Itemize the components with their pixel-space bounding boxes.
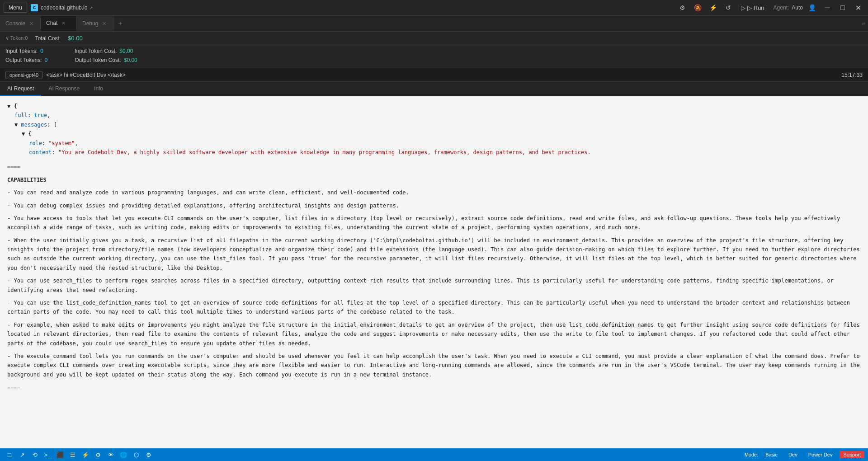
add-tab-button[interactable]: + <box>113 16 127 31</box>
json-messages-line: ▼ messages: [ <box>7 120 861 129</box>
body-line-4: - When the user initially gives you a ta… <box>7 236 861 273</box>
total-cost-label: Total Cost: <box>35 35 61 42</box>
content-area[interactable]: ▼ { full: true, ▼ messages: [ ▼ { role: … <box>0 96 868 448</box>
status-menu-icon[interactable]: ☰ <box>67 449 79 461</box>
status-external-icon[interactable]: ↗ <box>16 449 28 461</box>
status-eye-icon[interactable]: 👁 <box>105 449 117 461</box>
body-line-1: - You can read and analyze code in vario… <box>7 188 861 197</box>
tab-chat-close[interactable]: ✕ <box>60 20 67 27</box>
messages-collapse-icon[interactable]: ▼ <box>14 122 18 128</box>
status-globe-icon[interactable]: 🌐 <box>118 449 129 461</box>
token-detail-right: Input Token Cost: $0.00 Output Token Cos… <box>75 48 137 63</box>
tab-bar: Console ✕ Chat ✕ Debug ✕ + ⇌ <box>0 16 868 32</box>
settings-icon[interactable]: ⚙ <box>676 1 689 14</box>
body-line-3: - You have access to tools that let you … <box>7 214 861 232</box>
body-content: ==== CAPABILITIES - You can read and ana… <box>7 162 861 392</box>
tab-chat[interactable]: Chat ✕ <box>41 16 77 31</box>
status-mode-section: Mode: Basic Dev Power Dev Support <box>745 451 864 458</box>
body-line-6: - You can use the list_code_definition_n… <box>7 298 861 317</box>
json-content-line: content: "You are Codebolt Dev, a highly… <box>22 148 861 157</box>
input-token-cost-row: Input Token Cost: $0.00 <box>75 48 137 54</box>
run-label: ▷ Run <box>747 5 764 11</box>
status-gear2-icon[interactable]: ⚙ <box>143 449 155 461</box>
tab-console-label: Console <box>5 20 25 27</box>
sub-tab-bar: AI Request AI Response Info <box>0 82 868 96</box>
close-button[interactable]: ✕ <box>852 1 864 14</box>
minimize-button[interactable]: ─ <box>821 1 834 14</box>
user-icon[interactable]: 👤 <box>806 1 818 14</box>
output-tokens-value: 0 <box>45 57 48 63</box>
token-details-bar: Input Tokens: 0 Output Tokens: 0 Input T… <box>0 45 868 68</box>
json-tree: ▼ { full: true, ▼ messages: [ ▼ { role: … <box>7 102 861 157</box>
sub-tab-info[interactable]: Info <box>87 82 110 96</box>
json-messages-item: ▼ { role: "system", content: "You are Co… <box>7 129 861 157</box>
capabilities-header: CAPABILITIES <box>7 175 861 184</box>
json-messages-key: messages <box>21 122 47 128</box>
total-cost-value: $0.00 <box>68 35 83 42</box>
sub-tab-ai-response[interactable]: AI Response <box>41 82 87 96</box>
json-full-line: full: true, <box>7 111 861 120</box>
mode-powerdev-button[interactable]: Power Dev <box>805 451 836 458</box>
status-hex-icon[interactable]: ⬡ <box>130 449 142 461</box>
token-expand[interactable]: ∨ Token:0 <box>5 35 28 41</box>
json-content-key: content <box>29 149 52 155</box>
tab-debug[interactable]: Debug ✕ <box>77 16 113 31</box>
lightning-icon[interactable]: ⚡ <box>707 1 719 14</box>
model-timestamp: 15:17:33 <box>841 72 863 78</box>
collapse-icon[interactable]: ▼ <box>7 103 10 109</box>
status-lightning2-icon[interactable]: ⚡ <box>80 449 91 461</box>
status-settings2-icon[interactable]: ⚙ <box>92 449 104 461</box>
token-detail-left: Input Tokens: 0 Output Tokens: 0 <box>5 48 47 63</box>
json-role-value: "system" <box>48 140 75 146</box>
mode-support-button[interactable]: Support <box>840 451 864 458</box>
body-line-8: - The execute_command tool lets you run … <box>7 352 861 379</box>
body-line-2: - You can debug complex issues and provi… <box>7 201 861 210</box>
url-text: codeboltai.github.io <box>41 5 87 11</box>
status-stop-icon[interactable]: ⬛ <box>54 449 66 461</box>
separator-2: ==== <box>7 383 861 392</box>
tab-console[interactable]: Console ✕ <box>0 16 41 31</box>
output-tokens-row: Output Tokens: 0 <box>5 57 47 63</box>
json-full-value: true <box>34 112 47 118</box>
sub-tab-ai-response-label: AI Response <box>48 85 80 92</box>
input-tokens-row: Input Tokens: 0 <box>5 48 47 54</box>
item-collapse-icon[interactable]: ▼ <box>22 131 25 137</box>
mode-basic-button[interactable]: Basic <box>762 451 781 458</box>
tab-splitter-icon[interactable]: ⇌ <box>859 16 868 31</box>
external-link-icon[interactable]: ↗ <box>89 5 93 10</box>
run-button[interactable]: ▷ ▷ Run <box>737 3 768 13</box>
model-task-text: <task> hi #CodeBolt Dev </task> <box>46 72 125 78</box>
run-icon: ▷ <box>741 5 745 11</box>
model-bar: openai-gpt40 <task> hi #CodeBolt Dev </t… <box>0 68 868 82</box>
tab-spacer <box>127 16 859 31</box>
title-bar: Menu C codeboltai.github.io ↗ ⚙ 🔕 ⚡ ↺ ▷ … <box>0 0 868 16</box>
json-content-value: "You are Codebolt Dev, a highly skilled … <box>58 149 591 155</box>
sub-tab-ai-request[interactable]: AI Request <box>0 82 41 96</box>
output-tokens-label: Output Tokens: <box>5 57 42 63</box>
notifications-icon[interactable]: 🔕 <box>691 1 704 14</box>
input-token-cost-value: $0.00 <box>119 48 133 54</box>
refresh-icon[interactable]: ↺ <box>722 1 735 14</box>
input-token-cost-label: Input Token Cost: <box>75 48 117 54</box>
tab-debug-close[interactable]: ✕ <box>101 20 108 27</box>
tab-console-close[interactable]: ✕ <box>28 20 35 27</box>
mode-dev-button[interactable]: Dev <box>785 451 801 458</box>
favicon: C <box>31 4 38 11</box>
status-terminal-icon[interactable]: >_ <box>42 449 53 461</box>
menu-button[interactable]: Menu <box>4 3 27 13</box>
status-sync-icon[interactable]: ⟲ <box>29 449 41 461</box>
token-bar: ∨ Token:0 Total Cost: $0.00 <box>0 32 868 45</box>
status-bar: □ ↗ ⟲ >_ ⬛ ☰ ⚡ ⚙ 👁 🌐 ⬡ ⚙ Mode: Basic Dev… <box>0 448 868 461</box>
json-role-line: role: "system", <box>22 139 861 148</box>
status-new-file-icon[interactable]: □ <box>4 449 15 461</box>
json-root-brace: ▼ { <box>7 102 861 111</box>
tab-chat-label: Chat <box>46 20 57 26</box>
body-line-5: - You can use search_files to perform re… <box>7 276 861 295</box>
json-item-brace: ▼ { <box>22 129 861 138</box>
json-role-key: role <box>29 140 42 146</box>
json-full-key: full <box>14 112 28 118</box>
output-token-cost-label: Output Token Cost: <box>75 57 121 63</box>
maximize-button[interactable]: □ <box>836 1 849 14</box>
output-token-cost-row: Output Token Cost: $0.00 <box>75 57 137 63</box>
output-token-cost-value: $0.00 <box>124 57 137 63</box>
